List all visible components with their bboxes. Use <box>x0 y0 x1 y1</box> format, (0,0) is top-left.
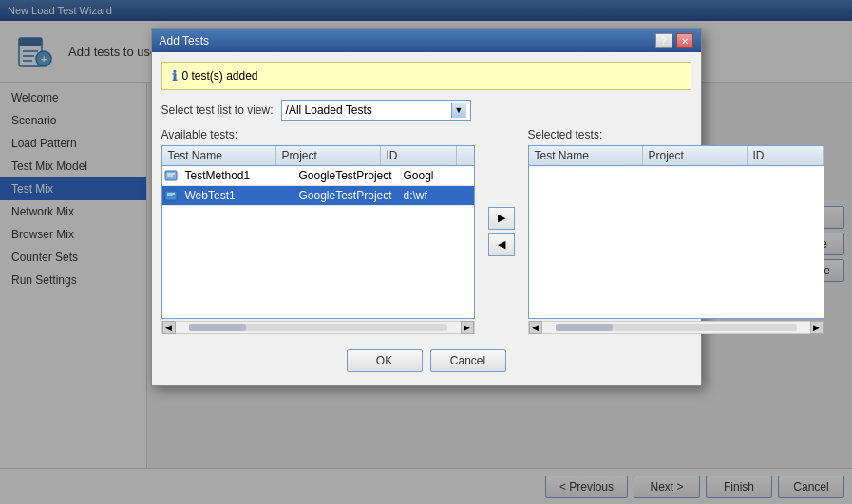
info-message: 0 test(s) added <box>182 69 258 83</box>
available-tests-table: Test Name Project ID <box>161 145 475 319</box>
add-tests-dialog: Add Tests ? ✕ ℹ 0 test(s) added Select t… <box>151 28 702 386</box>
selected-scrollbar[interactable]: ◀ ▶ <box>528 321 824 334</box>
transfer-buttons: ▶ ◀ <box>484 128 519 334</box>
ok-button[interactable]: OK <box>347 349 423 372</box>
selected-table-body <box>529 166 824 318</box>
dropdown-value: /All Loaded Tests <box>286 103 451 117</box>
test-list-dropdown[interactable]: /All Loaded Tests ▼ <box>281 100 471 121</box>
dialog-title-bar: Add Tests ? ✕ <box>152 29 701 52</box>
remove-transfer-button[interactable]: ◀ <box>488 233 515 256</box>
available-scrollbar[interactable]: ◀ ▶ <box>161 321 475 334</box>
dialog-bottom-buttons: OK Cancel <box>161 342 691 376</box>
selected-table-header: Test Name Project ID <box>529 146 824 166</box>
select-row: Select test list to view: /All Loaded Te… <box>161 100 691 121</box>
select-label: Select test list to view: <box>161 103 274 117</box>
panel-left: Available tests: Test Name Project ID <box>161 128 475 334</box>
info-bar: ℹ 0 test(s) added <box>161 62 691 90</box>
row-project: GoogleTestProject <box>293 166 398 185</box>
modal-overlay: Add Tests ? ✕ ℹ 0 test(s) added Select t… <box>0 0 852 504</box>
dialog-title: Add Tests <box>160 34 209 47</box>
available-col-id: ID <box>381 146 457 165</box>
dialog-cancel-button[interactable]: Cancel <box>430 349 506 372</box>
dropdown-arrow[interactable]: ▼ <box>451 103 466 118</box>
selected-tests-label: Selected tests: <box>528 128 824 141</box>
dialog-title-controls: ? ✕ <box>655 33 693 48</box>
table-row[interactable]: WebTest1 GoogleTestProject d:\wf <box>162 186 474 206</box>
row-test-name: WebTest1 <box>180 186 293 205</box>
dialog-help-button[interactable]: ? <box>655 33 672 48</box>
table-row[interactable]: TestMethod1 GoogleTestProject Googl <box>162 166 474 186</box>
row-icon <box>162 167 180 184</box>
selected-col-name: Test Name <box>529 146 643 165</box>
available-table-body: TestMethod1 GoogleTestProject Googl WebT… <box>162 166 474 318</box>
row-project: GoogleTestProject <box>293 186 398 205</box>
row-test-name: TestMethod1 <box>180 166 293 185</box>
selected-col-id: ID <box>748 146 824 165</box>
info-icon: ℹ <box>172 68 177 84</box>
selected-col-project: Project <box>643 146 748 165</box>
row-icon <box>162 187 180 204</box>
two-panel: Available tests: Test Name Project ID <box>161 128 691 334</box>
selected-tests-table: Test Name Project ID <box>528 145 824 319</box>
add-transfer-button[interactable]: ▶ <box>488 207 515 230</box>
dialog-body: ℹ 0 test(s) added Select test list to vi… <box>152 52 701 385</box>
available-tests-label: Available tests: <box>161 128 475 141</box>
dialog-close-button[interactable]: ✕ <box>676 33 693 48</box>
available-col-name: Test Name <box>162 146 276 165</box>
panel-right: Selected tests: Test Name Project ID <box>528 128 824 334</box>
available-table-header: Test Name Project ID <box>162 146 474 166</box>
available-col-project: Project <box>276 146 381 165</box>
row-id: Googl <box>398 166 474 185</box>
row-id: d:\wf <box>398 186 474 205</box>
